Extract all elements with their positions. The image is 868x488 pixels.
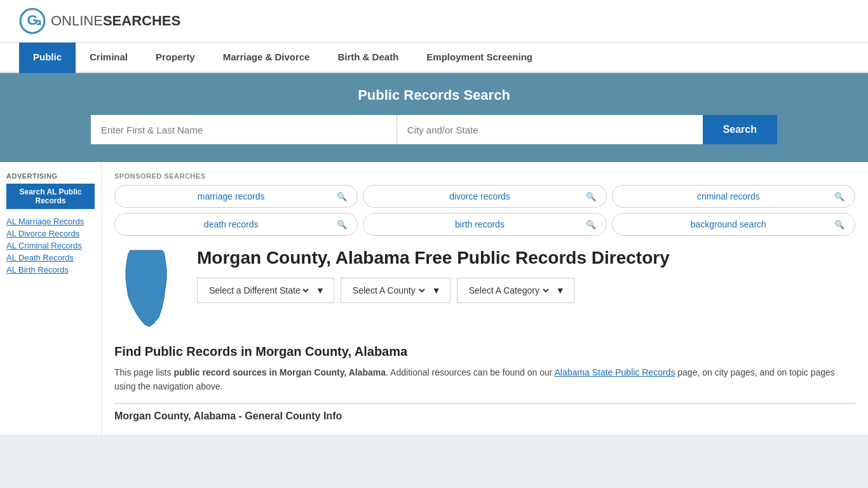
header: G ONLINESEARCHES (0, 0, 868, 43)
chevron-down-icon: ▼ (432, 285, 441, 295)
directory-section: Morgan County, Alabama Free Public Recor… (114, 247, 855, 332)
sponsored-pills: marriage records 🔍 divorce records 🔍 cri… (114, 185, 855, 236)
logo-icon: G (19, 8, 46, 34)
sidebar-ad-label: Advertising (6, 172, 95, 180)
search-icon: 🔍 (834, 220, 844, 229)
sidebar-ad-button[interactable]: Search AL Public Records (6, 184, 95, 209)
directory-title-area: Morgan County, Alabama Free Public Recor… (197, 247, 670, 313)
directory-title: Morgan County, Alabama Free Public Recor… (197, 247, 670, 269)
county-info-title: Morgan County, Alabama - General County … (114, 403, 855, 422)
find-records-title: Find Public Records in Morgan County, Al… (114, 344, 855, 359)
pill-marriage-records[interactable]: marriage records 🔍 (114, 185, 358, 208)
sponsored-label: SPONSORED SEARCHES (114, 168, 855, 180)
search-button[interactable]: Search (703, 115, 777, 144)
chevron-down-icon: ▼ (316, 285, 325, 295)
pill-death-records[interactable]: death records 🔍 (114, 213, 358, 236)
category-dropdown[interactable]: Select A Category ▼ (457, 278, 574, 303)
nav-item-public[interactable]: Public (19, 43, 76, 73)
category-select[interactable]: Select A Category (466, 285, 551, 296)
sidebar-link-criminal[interactable]: AL Criminal Records (6, 241, 95, 250)
state-map (114, 247, 184, 332)
state-select[interactable]: Select a Different State (207, 285, 311, 296)
svg-text:G: G (27, 12, 37, 28)
pill-criminal-records[interactable]: criminal records 🔍 (612, 185, 855, 208)
find-desc-part2: . Additional resources can be found on o… (386, 367, 554, 377)
directory-dropdowns: Select a Different State ▼ Select A Coun… (197, 278, 670, 303)
nav-item-birth-death[interactable]: Birth & Death (323, 43, 412, 73)
search-bar: Search (91, 115, 777, 144)
county-select[interactable]: Select A County (350, 285, 427, 296)
main-nav: Public Criminal Property Marriage & Divo… (0, 43, 868, 73)
search-icon: 🔍 (337, 192, 347, 201)
main-content: SPONSORED SEARCHES marriage records 🔍 di… (102, 162, 868, 435)
state-dropdown[interactable]: Select a Different State ▼ (197, 278, 334, 303)
alabama-state-link[interactable]: Alabama State Public Records (555, 367, 675, 377)
nav-item-employment[interactable]: Employment Screening (412, 43, 546, 73)
nav-item-marriage-divorce[interactable]: Marriage & Divorce (209, 43, 324, 73)
search-icon: 🔍 (586, 220, 596, 229)
nav-item-property[interactable]: Property (142, 43, 209, 73)
nav-item-criminal[interactable]: Criminal (76, 43, 142, 73)
search-icon: 🔍 (586, 192, 596, 201)
pill-birth-records[interactable]: birth records 🔍 (363, 213, 606, 236)
find-records-description: This page lists public record sources in… (114, 365, 855, 394)
sidebar-link-divorce[interactable]: AL Divorce Records (6, 229, 95, 238)
find-desc-bold: public record sources in Morgan County, … (173, 367, 386, 377)
pill-divorce-records[interactable]: divorce records 🔍 (363, 185, 606, 208)
sidebar-link-marriage[interactable]: AL Marriage Records (6, 217, 95, 226)
name-search-input[interactable] (91, 115, 397, 144)
search-icon: 🔍 (337, 220, 347, 229)
alabama-map (114, 247, 178, 330)
hero-section: Public Records Search Search (0, 73, 868, 162)
sidebar: Advertising Search AL Public Records AL … (0, 162, 102, 435)
pill-background-search[interactable]: background search 🔍 (612, 213, 855, 236)
hero-title: Public Records Search (19, 87, 849, 104)
sidebar-link-death[interactable]: AL Death Records (6, 253, 95, 262)
chevron-down-icon: ▼ (556, 285, 565, 295)
find-desc-part1: This page lists (114, 367, 173, 377)
logo: G ONLINESEARCHES (19, 8, 180, 34)
logo-text: ONLINESEARCHES (51, 13, 180, 29)
sidebar-link-birth[interactable]: AL Birth Records (6, 265, 95, 274)
search-icon: 🔍 (834, 192, 844, 201)
county-dropdown[interactable]: Select A County ▼ (341, 278, 451, 303)
location-search-input[interactable] (397, 115, 703, 144)
